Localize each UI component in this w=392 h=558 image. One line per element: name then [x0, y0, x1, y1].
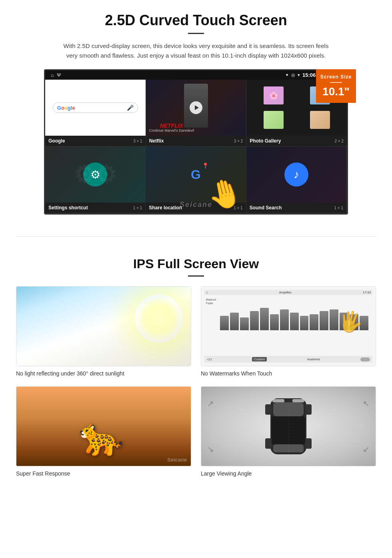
amp-fader: Fader: [206, 302, 216, 305]
feature-sunlight: No light reflecting under 360° direct su…: [16, 286, 191, 377]
app-cell-google[interactable]: Google 🎤 Google 3 × 1: [45, 80, 146, 146]
amp-footer: ◁◁ Custom loudness: [204, 356, 372, 363]
app-cell-netflix[interactable]: NETFLIX Continue Marvel's Daredevil Netf…: [146, 80, 247, 146]
amp-hand-icon: 🖐: [336, 308, 364, 335]
screen-size-badge: Screen Size 10.1": [316, 69, 356, 103]
netflix-label: Netflix 3 × 2: [146, 136, 246, 146]
netflix-brand: NETFLIX: [149, 123, 194, 128]
amp-loudness-toggle[interactable]: [360, 357, 370, 361]
feature-image-sunlight: [16, 286, 191, 366]
share-label: Share location 1 × 1: [146, 203, 246, 213]
amp-custom-button: Custom: [252, 357, 267, 361]
google-logo: Google: [57, 105, 75, 111]
svg-rect-4: [265, 404, 272, 415]
share-grid-size: 1 × 1: [234, 206, 243, 210]
maps-icon: G 📍: [186, 165, 206, 185]
car-svg: [264, 390, 312, 462]
device-screen: ⌂ Ψ ✦ ◎ ▾ 15:06 ⊡ ◁) ⊠ ▭: [44, 69, 348, 215]
feature-cheetah: 🐆 Seicane Super Fast Response: [16, 386, 191, 477]
music-icon: ♪: [284, 163, 308, 187]
gallery-grid-size: 2 × 2: [334, 139, 344, 143]
amp-back-icon: ◁◁: [207, 357, 212, 361]
feature-caption-car: Large Viewing Angle: [201, 470, 376, 477]
photo-thumb-3: [264, 111, 284, 129]
section2-divider: [188, 275, 204, 277]
wifi-icon: ▾: [298, 72, 300, 78]
sound-content: ♪: [246, 147, 346, 203]
amp-home-icon: ⌂: [206, 291, 208, 294]
eq-bar-8: [290, 313, 299, 330]
netflix-continue: Continue Marvel's Daredevil: [149, 128, 194, 132]
eq-bar-4: [250, 311, 259, 330]
bluetooth-icon: ✦: [285, 72, 289, 78]
feature-grid: No light reflecting under 360° direct su…: [16, 286, 376, 477]
map-pin-icon: 📍: [202, 163, 209, 169]
sound-grid-size: 1 × 1: [334, 206, 343, 210]
section1-title: 2.5D Curved Touch Screen: [24, 12, 368, 29]
eq-bar-10: [310, 314, 318, 330]
google-search-bar[interactable]: Google 🎤: [53, 102, 138, 113]
settings-watermark: ⚙⚙: [74, 161, 117, 189]
eq-bar-7: [280, 309, 289, 330]
status-left-icons: ⌂ Ψ: [51, 72, 61, 78]
feature-car: ↗ ↖ ↘ ↙ Large Viewing Angle: [201, 386, 376, 477]
eq-bar-5: [260, 308, 269, 330]
sunlight-visual: [16, 287, 191, 366]
app-row-2: ⚙⚙ ⚙ Settings shortcut 1 × 1 G 📍: [45, 147, 347, 213]
photo-thumb-4: [310, 111, 330, 129]
section1-description: With 2.5D curved-display screen, this de…: [60, 41, 332, 60]
section1-divider: [188, 33, 204, 34]
mic-icon: 🎤: [127, 104, 134, 111]
badge-divider: [330, 82, 342, 83]
eq-bar-9: [300, 316, 309, 330]
gallery-label: Photo Gallery 2 × 2: [246, 136, 347, 146]
netflix-grid-size: 3 × 2: [234, 139, 243, 143]
google-label: Google 3 × 1: [45, 136, 146, 146]
feature-image-car: ↗ ↖ ↘ ↙: [201, 386, 376, 466]
sound-app-name: Sound Search: [250, 205, 282, 211]
app-cell-sound[interactable]: ♪ Sound Search 1 × 1: [246, 147, 347, 213]
amp-title: Amplifier: [279, 291, 292, 294]
netflix-app-name: Netflix: [149, 138, 164, 144]
eq-bar-11: [320, 311, 328, 330]
svg-rect-9: [292, 399, 304, 402]
section-curved-touch-screen: 2.5D Curved Touch Screen With 2.5D curve…: [0, 0, 392, 224]
app-cell-share[interactable]: G 📍 🤚 Share location 1 × 1: [146, 147, 246, 213]
svg-rect-5: [265, 438, 272, 449]
gallery-app-name: Photo Gallery: [250, 138, 281, 144]
svg-rect-6: [305, 404, 312, 415]
amplifier-visual: ⌂ Amplifier 17:33 Balance Fader: [201, 287, 376, 366]
sound-label: Sound Search 1 × 1: [246, 203, 346, 213]
play-button[interactable]: [190, 101, 202, 114]
section-ips-full-screen: IPS Full Screen View No light reflecting…: [0, 249, 392, 489]
cheetah-seicane-watermark: Seicane: [167, 457, 187, 463]
status-bar: ⌂ Ψ ✦ ◎ ▾ 15:06 ⊡ ◁) ⊠ ▭: [45, 70, 347, 80]
location-icon: ◎: [291, 72, 295, 78]
settings-content: ⚙⚙ ⚙: [45, 147, 145, 203]
section2-title: IPS Full Screen View: [16, 257, 376, 271]
google-app-name: Google: [48, 138, 65, 144]
netflix-label-overlay: NETFLIX Continue Marvel's Daredevil: [149, 123, 194, 132]
home-icon: ⌂: [51, 72, 54, 78]
eq-bar-6: [270, 314, 279, 330]
photo-thumb-1: [264, 86, 284, 104]
app-cell-settings[interactable]: ⚙⚙ ⚙ Settings shortcut 1 × 1: [45, 147, 146, 213]
amp-loudness-label: loudness: [307, 357, 320, 361]
car-visual: ↗ ↖ ↘ ↙: [201, 387, 376, 466]
feature-image-amplifier: ⌂ Amplifier 17:33 Balance Fader: [201, 286, 376, 366]
cheetah-visual: 🐆 Seicane: [16, 387, 191, 466]
amp-balance: Balance: [206, 298, 216, 301]
svg-rect-8: [272, 399, 284, 402]
feature-caption-cheetah: Super Fast Response: [16, 470, 191, 477]
status-time: 15:06: [302, 72, 316, 78]
netflix-content: NETFLIX Continue Marvel's Daredevil: [146, 80, 246, 136]
svg-rect-7: [305, 438, 312, 449]
feature-caption-sunlight: No light reflecting under 360° direct su…: [16, 370, 191, 377]
badge-size: 10.1": [319, 85, 353, 98]
usb-icon: Ψ: [57, 72, 61, 78]
feature-amplifier: ⌂ Amplifier 17:33 Balance Fader: [201, 286, 376, 377]
google-grid-size: 3 × 1: [133, 139, 142, 143]
settings-label: Settings shortcut 1 × 1: [45, 203, 145, 213]
feature-image-cheetah: 🐆 Seicane: [16, 386, 191, 466]
amp-header: ⌂ Amplifier 17:33: [204, 290, 372, 295]
